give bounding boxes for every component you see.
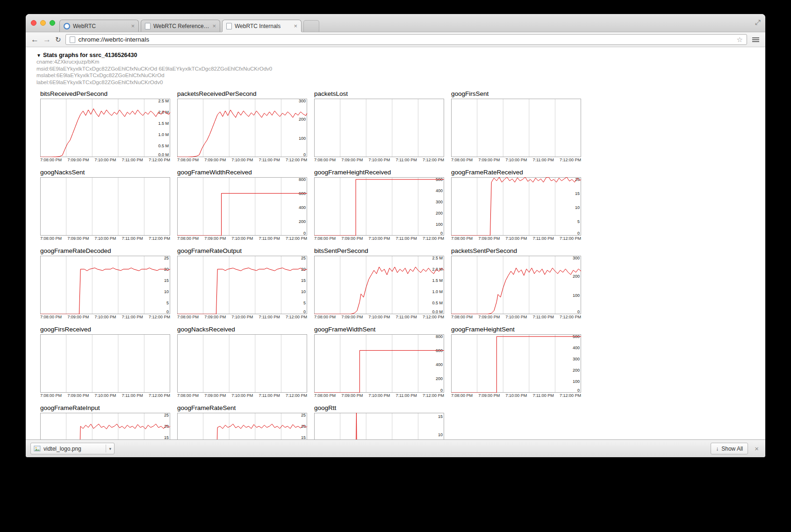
meta-label: label:6E9laEYkyxlkTCxDgc82ZGoEhlCfxNuCKr… (26, 79, 765, 86)
svg-text:400: 400 (299, 205, 306, 210)
x-axis-labels: 7:08:00 PM7:09:00 PM7:10:00 PM7:11:00 PM… (314, 315, 444, 319)
svg-text:100: 100 (573, 379, 580, 384)
window-close-button[interactable] (31, 20, 36, 26)
page-favicon-icon (145, 23, 151, 29)
tab-close-icon[interactable]: × (212, 23, 216, 29)
x-tick-label: 7:10:00 PM (94, 393, 116, 398)
svg-text:200: 200 (573, 274, 580, 279)
tab-webrtc[interactable]: WebRTC × (59, 20, 139, 32)
x-tick-label: 7:10:00 PM (505, 236, 527, 241)
x-tick-label: 7:12:00 PM (423, 236, 444, 241)
tab-webrtc-reference-app[interactable]: WebRTC Reference App × (141, 20, 220, 32)
chart-plot: 5004003002001000 (451, 334, 581, 393)
svg-text:15: 15 (164, 435, 169, 439)
tab-close-icon[interactable]: × (294, 23, 297, 29)
show-all-button[interactable]: ↓ Show All (711, 443, 748, 454)
x-tick-label: 7:08:00 PM (451, 393, 473, 398)
browser-window: WebRTC × WebRTC Reference App × WebRTC I… (26, 14, 765, 457)
x-tick-label: 7:12:00 PM (560, 315, 581, 319)
x-axis-labels: 7:08:00 PM7:09:00 PM7:10:00 PM7:11:00 PM… (451, 236, 581, 241)
svg-text:25: 25 (301, 413, 306, 417)
page-favicon-icon (226, 23, 232, 29)
x-tick-label: 7:10:00 PM (231, 393, 253, 398)
x-tick-label: 7:12:00 PM (149, 158, 170, 162)
x-tick-label: 7:11:00 PM (122, 158, 143, 162)
svg-text:1.5 M: 1.5 M (158, 121, 169, 126)
svg-text:25: 25 (164, 413, 169, 417)
x-tick-label: 7:08:00 PM (314, 236, 336, 241)
chart-packetsSentPerSecond: packetsSentPerSecond30020010007:08:00 PM… (451, 247, 581, 319)
chart-plot: 2520151050 (40, 413, 170, 439)
svg-text:5: 5 (166, 301, 169, 305)
svg-text:100: 100 (573, 293, 580, 298)
window-minimize-button[interactable] (40, 20, 46, 26)
chart-title: googFrameHeightReceived (314, 169, 444, 176)
svg-text:300: 300 (436, 200, 443, 204)
svg-text:10: 10 (164, 289, 169, 294)
x-tick-label: 7:08:00 PM (40, 236, 62, 241)
menu-button[interactable] (751, 36, 760, 43)
stats-header: ▼Stats graphs for ssrc_4136526430 (26, 47, 765, 58)
svg-text:15: 15 (301, 278, 306, 283)
chart-title: googNacksSent (40, 169, 170, 176)
x-tick-label: 7:12:00 PM (423, 315, 444, 319)
x-tick-label: 7:08:00 PM (314, 393, 336, 398)
svg-text:1.0 M: 1.0 M (158, 132, 169, 137)
chart-packetsLost: packetsLost7:08:00 PM7:09:00 PM7:10:00 P… (314, 90, 444, 162)
chart-title: packetsSentPerSecond (451, 247, 581, 254)
window-zoom-button[interactable] (50, 20, 55, 26)
x-tick-label: 7:09:00 PM (478, 393, 500, 398)
svg-text:0: 0 (440, 388, 443, 393)
x-axis-labels: 7:08:00 PM7:09:00 PM7:10:00 PM7:11:00 PM… (177, 236, 307, 241)
fullscreen-icon[interactable]: ⤢ (755, 18, 761, 27)
x-tick-label: 7:12:00 PM (286, 393, 307, 398)
download-dropdown-icon[interactable]: ▾ (106, 445, 111, 453)
x-tick-label: 7:12:00 PM (560, 236, 581, 241)
chart-plot: 8006004002000 (314, 334, 444, 393)
chart-plot: 2.5 M2.0 M1.5 M1.0 M0.5 M0.0 M (40, 99, 170, 157)
url-text[interactable]: chrome://webrtc-internals (79, 36, 733, 43)
x-tick-label: 7:12:00 PM (560, 158, 581, 162)
x-tick-label: 7:10:00 PM (368, 393, 390, 398)
collapse-toggle-icon[interactable]: ▼ (36, 53, 41, 58)
chart-title: packetsReceivedPerSecond (177, 90, 307, 97)
x-tick-label: 7:11:00 PM (259, 315, 280, 319)
svg-text:15: 15 (164, 278, 169, 283)
svg-text:0: 0 (577, 309, 580, 314)
chart-plot: 2.5 M2.0 M1.5 M1.0 M0.5 M0.0 M (314, 256, 444, 314)
x-axis-labels: 7:08:00 PM7:09:00 PM7:10:00 PM7:11:00 PM… (40, 393, 170, 398)
titlebar: WebRTC × WebRTC Reference App × WebRTC I… (26, 14, 765, 32)
shelf-close-icon[interactable]: × (755, 445, 759, 453)
x-tick-label: 7:08:00 PM (451, 315, 473, 319)
svg-text:15: 15 (438, 414, 443, 419)
back-button[interactable]: ← (31, 36, 39, 43)
x-tick-label: 7:11:00 PM (122, 393, 143, 398)
x-tick-label: 7:08:00 PM (314, 315, 336, 319)
desktop-background: { "window": { "tabs": [ {"label": "WebRT… (0, 0, 791, 532)
download-filename: vidtel_logo.png (43, 446, 103, 452)
x-axis-labels: 7:08:00 PM7:09:00 PM7:10:00 PM7:11:00 PM… (40, 236, 170, 241)
x-tick-label: 7:08:00 PM (177, 393, 199, 398)
x-tick-label: 7:12:00 PM (286, 158, 307, 162)
chart-plot (451, 99, 581, 157)
svg-text:0: 0 (577, 231, 580, 236)
svg-text:300: 300 (573, 357, 580, 361)
svg-text:2.5 M: 2.5 M (158, 99, 169, 103)
forward-button[interactable]: → (43, 36, 51, 43)
traffic-lights (31, 20, 55, 26)
reload-button[interactable]: ↻ (55, 36, 61, 43)
omnibox[interactable]: chrome://webrtc-internals ☆ (65, 34, 747, 45)
x-axis-labels: 7:08:00 PM7:09:00 PM7:10:00 PM7:11:00 PM… (40, 158, 170, 162)
tab-webrtc-internals[interactable]: WebRTC Internals × (222, 20, 302, 32)
svg-text:300: 300 (573, 256, 580, 260)
x-tick-label: 7:09:00 PM (478, 158, 500, 162)
chart-bitsReceivedPerSecond: bitsReceivedPerSecond2.5 M2.0 M1.5 M1.0 … (40, 90, 170, 162)
x-tick-label: 7:10:00 PM (368, 158, 390, 162)
svg-text:1.5 M: 1.5 M (432, 278, 443, 283)
svg-text:0: 0 (166, 309, 169, 314)
bookmark-star-icon[interactable]: ☆ (737, 36, 743, 44)
page-content: ▼Stats graphs for ssrc_4136526430 cname:… (26, 47, 765, 439)
new-tab-button[interactable] (303, 20, 319, 32)
tab-close-icon[interactable]: × (131, 23, 135, 29)
download-item[interactable]: vidtel_logo.png ▾ (30, 443, 115, 454)
